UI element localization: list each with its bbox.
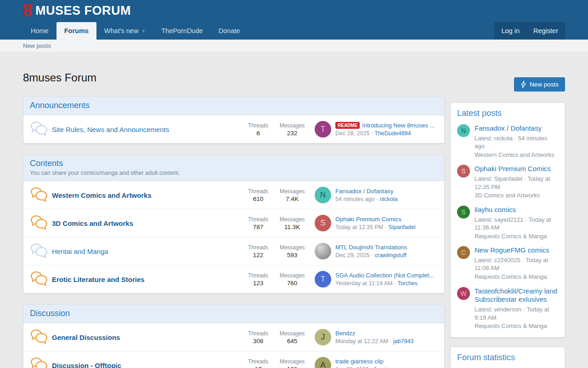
forum-title-link[interactable]: Hentai and Manga <box>52 247 241 255</box>
forum-title-link[interactable]: Discussion - Offtopic <box>52 362 241 368</box>
latest-meta: Yesterday at 11:14 AM · Torches <box>335 280 434 287</box>
login-button[interactable]: Log in <box>494 22 526 40</box>
category-title: Announcements <box>30 101 438 110</box>
thread-link[interactable]: Ophaki Premium Comics <box>475 165 551 172</box>
widget-title: Forum statistics <box>457 353 558 362</box>
list-item[interactable]: S ilayhu comics Latest: sayed2121 · Toda… <box>457 206 558 240</box>
new-posts-button[interactable]: New posts <box>514 77 565 92</box>
list-item[interactable]: C New RogueFMG comics Latest: c2240025 ·… <box>457 246 558 281</box>
latest-post-summary: S Ophaki Premium Comics Today at 12:35 P… <box>315 215 438 231</box>
latest-user-link[interactable]: Amzi <box>373 366 386 368</box>
forum-row-general-discussions[interactable]: General Discussions Threads 308 Messages… <box>23 323 444 351</box>
threads-stat: Threads 122 <box>241 244 275 259</box>
lightning-bolt-icon <box>520 80 526 88</box>
avatar[interactable]: N <box>315 187 331 203</box>
site-logo[interactable]: 8 MUSES FORUM <box>23 4 131 18</box>
category-header[interactable]: Announcements <box>23 97 444 115</box>
latest-user-link[interactable]: Sipanfadel <box>388 224 415 230</box>
category-block-discussion: Discussion General Discussions Threads 3… <box>23 305 445 368</box>
latest-meta: Dec 28, 2025 · TheDude4694 <box>335 130 435 137</box>
thread-category: Western Comics and Artworks <box>475 151 558 159</box>
forum-title-link[interactable]: 3D Comics and Artworks <box>52 219 241 227</box>
latest-meta: 54 minutes ago · nickola <box>335 196 398 202</box>
avatar[interactable]: W <box>457 287 470 300</box>
messages-stat: Messages 593 <box>275 244 309 259</box>
forum-title-link[interactable]: Erotic Literature and Stories <box>52 276 241 283</box>
threads-stat: Threads 308 <box>241 330 275 345</box>
content-area: 8muses Forum Announcements Site Rules, N… <box>0 52 588 368</box>
thread-meta: Latest: nickola · 54 minutes ago <box>475 134 558 150</box>
avatar[interactable]: A <box>315 357 331 368</box>
category-header[interactable]: Discussion <box>23 305 444 323</box>
thread-link[interactable]: Fansadox / Dofantasy <box>475 124 542 132</box>
latest-post-summary: MTL Doujinshi Translations Dec 29, 2025 … <box>315 243 438 259</box>
forum-title-link[interactable]: Site Rules, News and Announcements <box>52 126 241 133</box>
latest-user-link[interactable]: crawlingstuff <box>375 252 407 259</box>
messages-stat: Messages 11.3K <box>275 216 309 230</box>
forum-bubbles-icon <box>30 186 52 204</box>
category-title: Contents <box>30 159 438 168</box>
latest-user-link[interactable]: jab7943 <box>393 338 414 345</box>
sub-nav: New posts <box>0 40 588 52</box>
forum-row-discussion-offtopic[interactable]: Discussion - Offtopic Threads 17 Message… <box>23 351 444 368</box>
latest-meta: Dec 29, 2025 · crawlingstuff <box>335 252 407 259</box>
avatar[interactable]: C <box>457 246 470 259</box>
forum-title-link[interactable]: General Discussions <box>52 334 241 341</box>
register-button[interactable]: Register <box>526 22 565 40</box>
avatar[interactable]: S <box>457 206 470 218</box>
avatar[interactable]: T <box>315 271 331 288</box>
avatar[interactable]: N <box>457 124 470 137</box>
nav-item-home[interactable]: Home <box>23 22 57 40</box>
avatar[interactable]: S <box>457 165 470 178</box>
avatar[interactable]: T <box>315 121 331 138</box>
messages-stat: Messages 103 <box>275 358 309 368</box>
latest-user-link[interactable]: nickola <box>380 196 398 202</box>
nav-item-forums[interactable]: Forums <box>57 22 96 40</box>
logo-devil-8-icon: 8 <box>23 4 32 18</box>
forum-bubbles-icon <box>30 120 52 138</box>
widget-title: Latest posts <box>457 109 558 118</box>
latest-thread-link[interactable]: trade giantess clip <box>335 358 384 365</box>
latest-user-link[interactable]: TheDude4694 <box>374 130 411 137</box>
nav-item-whats-new[interactable]: What's new ▼ <box>96 22 153 40</box>
nav-item-theporndude[interactable]: ThePornDude <box>153 22 210 40</box>
list-item[interactable]: W Tasteofchoklit/Creamy land Subscribest… <box>457 287 558 330</box>
latest-post-summary: T README Introducing New 8muses ... Dec … <box>315 121 438 138</box>
latest-thread-link[interactable]: Bendzz <box>335 330 355 337</box>
latest-thread-link[interactable]: Fansadox / Dofantasy <box>335 188 393 195</box>
forum-row-site-rules[interactable]: Site Rules, News and Announcements Threa… <box>23 115 444 143</box>
latest-thread-link[interactable]: Ophaki Premium Comics <box>335 216 401 223</box>
thread-link[interactable]: Tasteofchoklit/Creamy land Subscribestar… <box>475 287 557 304</box>
thread-link[interactable]: New RogueFMG comics <box>475 246 549 254</box>
forum-bubbles-icon <box>30 214 52 232</box>
thread-category: Requests Comics & Manga <box>475 322 558 330</box>
avatar[interactable]: S <box>315 215 331 231</box>
forum-row-western-comics[interactable]: Western Comics and Artworks Threads 610 … <box>23 181 444 209</box>
latest-thread-link[interactable]: MTL Doujinshi Translations <box>335 244 407 251</box>
latest-thread-link[interactable]: Introducing New 8muses ... <box>362 122 435 129</box>
forum-row-hentai-manga[interactable]: Hentai and Manga Threads 122 Messages 59… <box>23 237 444 265</box>
thread-category: Requests Comics & Manga <box>475 273 558 281</box>
page-title: 8muses Forum <box>23 71 445 85</box>
latest-thread-link[interactable]: SGA Audio Collection (Not Complet... <box>335 272 434 279</box>
list-item[interactable]: S Ophaki Premium Comics Latest: Sipanfad… <box>457 165 558 199</box>
sidebar: New posts Latest posts N Fansadox / Dofa… <box>450 66 565 368</box>
avatar[interactable]: J <box>315 329 331 345</box>
forum-row-3d-comics[interactable]: 3D Comics and Artworks Threads 787 Messa… <box>23 209 444 237</box>
thread-category: 3D Comics and Artworks <box>475 191 558 200</box>
nav-item-donate[interactable]: Donate <box>211 22 248 40</box>
thread-meta: Latest: sayed2121 · Today at 11:36 AM <box>475 216 558 232</box>
forum-row-erotic-literature[interactable]: Erotic Literature and Stories Threads 12… <box>23 265 444 293</box>
avatar[interactable] <box>315 243 331 259</box>
threads-stat: Threads 17 <box>241 358 275 368</box>
forum-title-link[interactable]: Western Comics and Artworks <box>52 191 241 199</box>
threads-stat: Threads 123 <box>241 272 275 287</box>
category-header[interactable]: Contents You can share your comics/manga… <box>23 155 444 181</box>
thread-link[interactable]: ilayhu comics <box>475 206 516 213</box>
latest-user-link[interactable]: Torches <box>397 280 418 287</box>
thread-category: Requests Comics & Manga <box>475 232 558 241</box>
latest-post-summary: A trade giantess clip Jan 23, 2026 · Amz… <box>315 357 438 368</box>
chevron-down-icon: ▼ <box>141 29 146 34</box>
list-item[interactable]: N Fansadox / Dofantasy Latest: nickola ·… <box>457 124 558 159</box>
subnav-new-posts-link[interactable]: New posts <box>23 42 51 49</box>
